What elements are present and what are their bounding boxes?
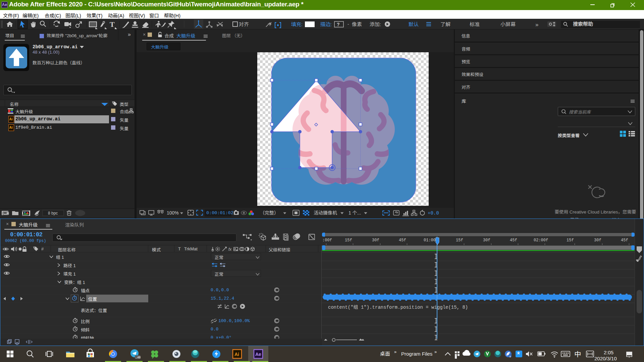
svg-text:活动摄像机: 活动摄像机	[314, 210, 337, 216]
svg-text:Ai: Ai	[234, 352, 239, 357]
svg-text:Ae: Ae	[255, 352, 261, 357]
svg-text:fx: fx	[228, 247, 232, 252]
svg-text:桌面: 桌面	[380, 351, 390, 357]
svg-text:8 bpc: 8 bpc	[48, 211, 58, 216]
svg-text:中: 中	[574, 351, 581, 358]
svg-text:Program Files: Program Files	[401, 351, 432, 357]
svg-text:100%: 100%	[167, 210, 179, 216]
svg-text:对齐: 对齐	[239, 21, 249, 27]
svg-text:*: *	[517, 350, 520, 359]
svg-text:-: -	[347, 21, 349, 27]
svg-text:描边:: 描边:	[320, 21, 332, 27]
svg-text:»: »	[535, 21, 538, 28]
svg-text:Ai: Ai	[9, 126, 13, 129]
svg-text:T: T	[110, 20, 115, 28]
svg-text:添加:: 添加:	[370, 21, 381, 27]
svg-text:Ai: Ai	[9, 117, 13, 121]
svg-text:»: »	[434, 349, 437, 354]
svg-text:填充:: 填充:	[291, 21, 303, 27]
svg-text:了解: 了解	[440, 21, 450, 27]
svg-text:»: »	[394, 349, 396, 354]
svg-text:标准: 标准	[470, 21, 480, 27]
svg-text:1 个...: 1 个...	[348, 210, 361, 216]
svg-text:像素: 像素	[352, 21, 362, 27]
svg-text:?: ?	[337, 22, 340, 27]
svg-text:+0.0: +0.0	[428, 210, 439, 216]
svg-text:..48: ..48	[136, 356, 141, 359]
svg-text:（完整）: （完整）	[260, 210, 279, 216]
svg-text:2:05: 2:05	[604, 350, 613, 355]
svg-text:小屏幕: 小屏幕	[500, 21, 516, 27]
svg-text:默认: 默认	[409, 21, 419, 27]
svg-text:8: 8	[509, 355, 511, 358]
svg-text:2020/3/10: 2020/3/10	[594, 356, 617, 361]
svg-text:搜索帮助: 搜索帮助	[573, 21, 593, 27]
svg-text:0:00:01:02: 0:00:01:02	[206, 210, 233, 216]
